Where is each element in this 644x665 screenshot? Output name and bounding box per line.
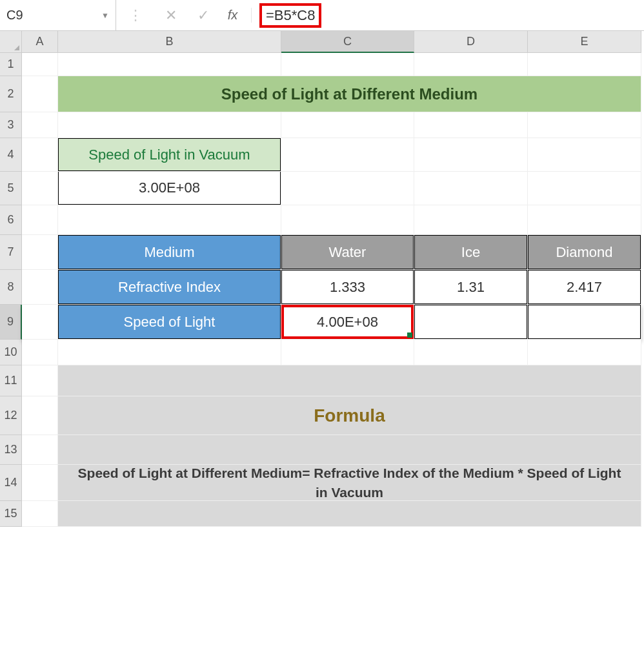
active-cell[interactable]: 4.00E+08 — [281, 305, 414, 340]
cell[interactable] — [22, 270, 58, 305]
cell[interactable] — [22, 340, 58, 365]
row-header[interactable]: 15 — [0, 501, 22, 527]
cell[interactable]: Speed of Light — [58, 305, 281, 340]
table-header: Ice — [414, 235, 527, 269]
cell[interactable]: Medium — [58, 235, 281, 270]
cell[interactable] — [281, 112, 414, 138]
cell[interactable] — [528, 340, 641, 365]
cell[interactable] — [414, 205, 528, 235]
column-header[interactable]: C — [281, 31, 414, 53]
formula-input[interactable]: =B5*C8 — [252, 3, 644, 28]
cell[interactable] — [528, 205, 641, 235]
divider-icon: ⋮ — [116, 7, 155, 24]
row-header[interactable]: 10 — [0, 340, 22, 365]
row-header[interactable]: 9 — [0, 305, 22, 340]
cell[interactable]: Water — [281, 235, 414, 270]
row-header[interactable]: 3 — [0, 112, 22, 138]
cell[interactable] — [22, 138, 58, 172]
cell[interactable] — [58, 53, 281, 76]
cell[interactable] — [528, 53, 641, 76]
cell[interactable]: 2.417 — [528, 270, 641, 305]
table-cell: 1.31 — [414, 270, 527, 304]
cell[interactable] — [414, 340, 528, 365]
cancel-icon[interactable]: ✕ — [155, 7, 187, 24]
cell[interactable] — [414, 112, 528, 138]
table-cell: 2.417 — [528, 270, 641, 304]
table-header: Water — [281, 235, 414, 269]
vacuum-label-cell[interactable]: Speed of Light in Vacuum — [58, 138, 281, 172]
column-header[interactable]: D — [414, 31, 528, 53]
cell[interactable]: Speed of Light at Different Medium= Refr… — [58, 465, 641, 501]
table-row-header: Speed of Light — [58, 305, 281, 339]
cell[interactable] — [58, 365, 641, 396]
formula-text: =B5*C8 — [259, 3, 321, 28]
cell[interactable] — [22, 76, 58, 112]
cell[interactable]: Refractive Index — [58, 270, 281, 305]
cell[interactable] — [281, 172, 414, 205]
cell[interactable]: 1.31 — [414, 270, 528, 305]
cell[interactable]: 1.333 — [281, 270, 414, 305]
fx-icon[interactable]: fx — [219, 8, 252, 23]
formula-heading: Formula — [314, 405, 385, 426]
row-header[interactable]: 1 — [0, 53, 22, 76]
cell[interactable] — [528, 112, 641, 138]
row-header[interactable]: 6 — [0, 205, 22, 235]
row-header[interactable]: 5 — [0, 172, 22, 205]
select-all-corner[interactable] — [0, 31, 22, 53]
cell[interactable] — [281, 340, 414, 365]
row-header[interactable]: 11 — [0, 365, 22, 396]
vacuum-value: 3.00E+08 — [58, 172, 281, 205]
column-header[interactable]: B — [58, 31, 281, 53]
row-header[interactable]: 2 — [0, 76, 22, 112]
cell[interactable] — [58, 205, 281, 235]
cell[interactable]: Formula — [58, 396, 641, 435]
cell[interactable] — [528, 172, 641, 205]
table-header: Diamond — [528, 235, 641, 269]
cells-area: A B C D E Speed of Light at Different Me… — [22, 31, 641, 527]
cell[interactable] — [414, 305, 528, 340]
cell[interactable] — [58, 435, 641, 465]
formula-bar: C9 ▼ ⋮ ✕ ✓ fx =B5*C8 — [0, 0, 644, 31]
formula-description: Speed of Light at Different Medium= Refr… — [58, 464, 641, 502]
cell[interactable]: Diamond — [528, 235, 641, 270]
cell[interactable] — [22, 501, 58, 527]
row-header[interactable]: 12 — [0, 396, 22, 435]
cell[interactable] — [22, 365, 58, 396]
cell[interactable] — [281, 205, 414, 235]
row-header[interactable]: 8 — [0, 270, 22, 305]
cell[interactable] — [414, 53, 528, 76]
cell[interactable] — [281, 53, 414, 76]
cell[interactable] — [414, 172, 528, 205]
row-header[interactable]: 14 — [0, 465, 22, 501]
cell[interactable] — [22, 53, 58, 76]
row-header[interactable]: 7 — [0, 235, 22, 270]
cell[interactable] — [22, 435, 58, 465]
cell[interactable] — [22, 112, 58, 138]
cell[interactable] — [58, 112, 281, 138]
vacuum-value-cell[interactable]: 3.00E+08 — [58, 172, 281, 205]
cell[interactable] — [281, 138, 414, 172]
cell[interactable] — [22, 172, 58, 205]
cell[interactable] — [528, 305, 641, 340]
cell[interactable] — [22, 305, 58, 340]
cell[interactable] — [528, 138, 641, 172]
row-header[interactable]: 13 — [0, 435, 22, 465]
row-header[interactable]: 4 — [0, 138, 22, 172]
cell[interactable] — [22, 205, 58, 235]
title-cell[interactable]: Speed of Light at Different Medium — [58, 76, 641, 112]
cell[interactable] — [22, 396, 58, 435]
cell[interactable] — [414, 138, 528, 172]
cell[interactable] — [58, 340, 281, 365]
name-box[interactable]: C9 ▼ — [0, 0, 116, 30]
table-cell — [414, 305, 527, 339]
column-header[interactable]: E — [528, 31, 641, 53]
cell[interactable] — [22, 465, 58, 501]
chevron-down-icon[interactable]: ▼ — [101, 11, 109, 20]
cell[interactable] — [58, 501, 641, 527]
column-header[interactable]: A — [22, 31, 58, 53]
confirm-icon[interactable]: ✓ — [187, 7, 219, 24]
table-row-header: Refractive Index — [58, 270, 281, 304]
spreadsheet-grid: 1 2 3 4 5 6 7 8 9 10 11 12 13 14 15 A B … — [0, 31, 644, 527]
cell[interactable]: Ice — [414, 235, 528, 270]
cell[interactable] — [22, 235, 58, 270]
